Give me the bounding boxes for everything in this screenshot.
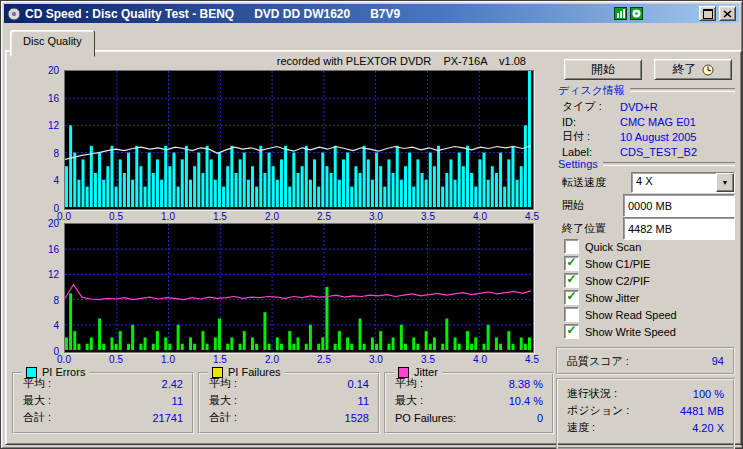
maximize-button[interactable] [699, 6, 716, 21]
pi-failures-legend-swatch [212, 367, 223, 378]
start-position-row: 開始 [562, 196, 735, 215]
recorded-with-label: recorded with PLEXTOR DVDR PX-716A v1.08 [64, 55, 526, 67]
y-axis-tick-label: 4 [53, 320, 59, 331]
pi-errors-chart [64, 70, 534, 210]
pi-failures-total-row: 合計 :1528 [200, 410, 378, 425]
position-row: ポジション :4481 MB [567, 402, 724, 419]
pi-errors-x-axis: 0.00.51.01.52.02.53.03.54.04.5 [64, 211, 532, 223]
green-chart-icon[interactable] [614, 7, 627, 20]
app-window: CD Speed : Disc Quality Test - BENQ DVD … [0, 0, 743, 449]
po-failures-row: PO Failures:0 [386, 410, 552, 425]
start-button[interactable]: 開始 [564, 59, 642, 80]
jitter-legend-swatch [398, 367, 409, 378]
clock-icon [702, 64, 714, 76]
pi-failures-average-value: 0.14 [348, 378, 369, 390]
checkbox-show-c1-pie[interactable]: ✓Show C1/PIE [564, 257, 677, 270]
checkbox-unchecked[interactable] [564, 307, 579, 322]
checkbox-checked[interactable]: ✓ [564, 256, 579, 271]
y-axis-tick-label: 12 [48, 269, 59, 280]
jitter-max-value: 10.4 % [509, 395, 543, 407]
progress-value: 100 % [693, 388, 724, 400]
jitter-stats-box: Jitter 平均 :8.38 % 最大 :10.4 % PO Failures… [384, 372, 554, 434]
pi-errors-plot-svg [65, 71, 531, 207]
checkbox-checked[interactable]: ✓ [564, 290, 579, 305]
y-axis-tick-label: 8 [53, 294, 59, 305]
x-axis-tick-label: 4.0 [473, 354, 487, 365]
pi-errors-legend-swatch [26, 367, 37, 378]
x-axis-tick-label: 2.5 [317, 354, 331, 365]
checkbox-label: Show C2/PIF [585, 275, 650, 287]
checkbox-label: Show Read Speed [585, 309, 677, 321]
disc-info-section-header: ディスク情報 [558, 84, 735, 96]
progress-status-box: 進行状況 :100 % ポジション :4481 MB 速度 :4.20 X [556, 378, 735, 449]
pi-errors-average-row: 平均 :2.42 [14, 376, 192, 391]
green-disc-icon[interactable] [630, 7, 643, 20]
speed-row: 速度 :4.20 X [567, 419, 724, 436]
divider [603, 162, 735, 166]
checkbox-checked[interactable]: ✓ [564, 273, 579, 288]
quality-score-value: 94 [712, 355, 724, 367]
close-icon [723, 10, 732, 18]
pi-errors-average-value: 2.42 [162, 378, 183, 390]
pi-failures-plot-svg [65, 224, 531, 350]
disc-label-value: CDS_TEST_B2 [620, 146, 697, 158]
transfer-speed-select[interactable]: 4 X ▼ [631, 172, 735, 193]
disc-type-value: DVD+R [620, 101, 658, 113]
pi-failures-average-row: 平均 :0.14 [200, 376, 378, 391]
x-axis-tick-label: 4.5 [525, 354, 539, 365]
pi-errors-stats-box: PI Errors 平均 :2.42 最大 :11 合計 :21741 [12, 372, 194, 434]
disc-date-row: 日付 :10 August 2005 [562, 129, 735, 144]
checkbox-label: Show Write Speed [585, 326, 676, 338]
x-axis-tick-label: 0.0 [57, 211, 71, 222]
checkbox-show-write-speed[interactable]: ✓Show Write Speed [564, 325, 677, 338]
x-axis-tick-label: 3.0 [369, 354, 383, 365]
x-axis-tick-label: 1.0 [161, 354, 175, 365]
close-button[interactable] [719, 6, 736, 21]
x-axis-tick-label: 2.0 [265, 354, 279, 365]
checkbox-label: Quick Scan [585, 241, 641, 253]
title-bar[interactable]: CD Speed : Disc Quality Test - BENQ DVD … [4, 4, 739, 23]
end-position-input[interactable] [623, 217, 735, 240]
transfer-speed-value: 4 X [632, 173, 716, 192]
checkbox-quick-scan[interactable]: Quick Scan [564, 240, 677, 253]
x-axis-tick-label: 1.5 [213, 211, 227, 222]
disc-date-value: 10 August 2005 [620, 131, 696, 143]
po-failures-value: 0 [537, 412, 543, 424]
pi-errors-total-value: 21741 [152, 412, 183, 424]
jitter-average-row: 平均 :8.38 % [386, 376, 552, 391]
x-axis-tick-label: 1.0 [161, 211, 175, 222]
disc-id-row: ID:CMC MAG E01 [562, 114, 735, 129]
right-panel: 開始 終了 ディスク情報 タイプ :DVD+R ID:CMC MAG E01 日… [554, 51, 737, 444]
y-axis-tick-label: 16 [48, 243, 59, 254]
y-axis-tick-label: 20 [48, 65, 59, 76]
checkbox-unchecked[interactable] [564, 239, 579, 254]
pi-failures-x-axis: 0.00.51.01.52.02.53.03.54.04.5 [64, 354, 532, 366]
x-axis-tick-label: 4.0 [473, 211, 487, 222]
position-value: 4481 MB [680, 405, 724, 417]
disc-id-value: CMC MAG E01 [620, 116, 696, 128]
start-position-input[interactable] [623, 194, 735, 217]
pi-errors-max-row: 最大 :11 [14, 393, 192, 408]
disc-label-row: Label:CDS_TEST_B2 [562, 144, 735, 159]
chevron-down-icon[interactable]: ▼ [716, 173, 734, 192]
checkbox-checked[interactable]: ✓ [564, 324, 579, 339]
checkbox-show-read-speed[interactable]: Show Read Speed [564, 308, 677, 321]
x-axis-tick-label: 2.5 [317, 211, 331, 222]
checkbox-show-c2-pif[interactable]: ✓Show C2/PIF [564, 274, 677, 287]
checkbox-show-jitter[interactable]: ✓Show Jitter [564, 291, 677, 304]
maximize-icon [703, 9, 713, 19]
pi-errors-y-axis: 201612840 [34, 70, 62, 208]
y-axis-tick-label: 16 [48, 92, 59, 103]
cd-disc-app-icon [7, 7, 21, 21]
y-axis-tick-label: 4 [53, 175, 59, 186]
jitter-max-row: 最大 :10.4 % [386, 393, 552, 408]
tab-disc-quality[interactable]: Disc Quality [10, 30, 95, 57]
pi-failures-max-value: 11 [358, 395, 369, 407]
transfer-speed-row: 転送速度 4 X ▼ [562, 173, 735, 192]
exit-button[interactable]: 終了 [654, 59, 732, 80]
disc-type-row: タイプ :DVD+R [562, 99, 735, 114]
y-axis-tick-label: 20 [48, 218, 59, 229]
x-axis-tick-label: 4.5 [525, 211, 539, 222]
settings-section-header: Settings [558, 158, 735, 170]
pi-errors-total-row: 合計 :21741 [14, 410, 192, 425]
